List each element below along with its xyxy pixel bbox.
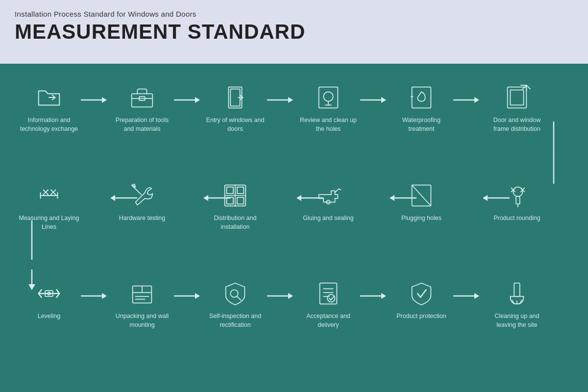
step-10-label: Gluing and sealing (303, 214, 354, 222)
svg-point-94 (327, 294, 335, 302)
measure-icon (35, 181, 63, 210)
header-title: MEASUREMENT STANDARD (15, 20, 573, 44)
step-8: Hardware testing (110, 181, 174, 222)
step-11: Plugging holes (390, 181, 453, 222)
grid-install-icon (221, 181, 249, 210)
step-18: Cleaning up and leaving the site (485, 279, 549, 329)
step-15-label: Self-inspection and rectification (203, 312, 267, 329)
step-6: Door and window frame distribution (485, 83, 549, 133)
svg-marker-7 (381, 97, 386, 103)
step-11-label: Plugging holes (401, 214, 441, 222)
step-16-label: Acceptance and delivery (296, 312, 360, 329)
step-2: Preparation of tools and materials (110, 83, 174, 133)
step-3: Entry of windows and doors (203, 83, 267, 133)
step-12: Product rounding (485, 181, 549, 222)
svg-marker-28 (195, 293, 200, 299)
step-8-label: Hardware testing (119, 214, 166, 222)
frame-export-icon (503, 83, 531, 112)
toolbox-icon (128, 83, 156, 112)
svg-marker-1 (102, 97, 107, 103)
step-13: Leveling (17, 279, 81, 320)
header-subtitle: Installation Process Standard for Window… (15, 10, 573, 18)
header: Installation Process Standard for Window… (0, 0, 588, 64)
svg-marker-26 (102, 293, 107, 299)
svg-rect-46 (412, 87, 431, 108)
svg-line-72 (412, 185, 431, 206)
svg-rect-64 (227, 187, 234, 194)
clean-icon (503, 279, 531, 308)
folder-icon (35, 83, 63, 112)
pin-icon (503, 181, 531, 210)
step-14-label: Unpacking and wall mounting (110, 312, 174, 329)
step-4: Review and clean up the holes (296, 83, 360, 133)
protect-icon (407, 279, 436, 308)
step-7-label: Measuring and Laying Lines (17, 214, 81, 231)
svg-rect-66 (227, 197, 234, 204)
step-9-label: Distribution and installation (203, 214, 267, 231)
step-5-label: Waterproofing treatment (390, 116, 453, 133)
svg-marker-34 (474, 293, 479, 299)
step-3-label: Entry of windows and doors (203, 116, 267, 133)
step-18-label: Cleaning up and leaving the site (485, 312, 549, 329)
accept-icon (314, 279, 343, 308)
unpack-icon (128, 279, 156, 308)
step-6-label: Door and window frame distribution (485, 116, 549, 133)
glue-gun-icon (314, 181, 343, 210)
svg-rect-74 (516, 196, 520, 204)
step-17-label: Product protection (396, 312, 446, 320)
svg-line-69 (335, 189, 339, 193)
waterproof-icon (407, 83, 436, 112)
step-12-label: Product rounding (493, 214, 540, 222)
self-inspect-icon (221, 279, 249, 308)
step-17: Product protection (390, 279, 453, 320)
svg-marker-5 (288, 97, 293, 103)
level-icon (35, 279, 63, 308)
step-2-label: Preparation of tools and materials (110, 116, 174, 133)
step-7: Measuring and Laying Lines (17, 181, 81, 231)
plug-holes-icon (407, 181, 436, 210)
magnify-icon (314, 83, 343, 112)
step-5: Waterproofing treatment (390, 83, 453, 133)
svg-marker-32 (381, 293, 386, 299)
svg-rect-49 (510, 90, 523, 105)
svg-point-43 (323, 92, 333, 101)
step-15: Self-inspection and rectification (203, 279, 267, 329)
svg-line-70 (339, 189, 341, 190)
step-10: Gluing and sealing (296, 181, 360, 222)
main-content: Information and technology exchange Prep… (0, 64, 588, 392)
svg-line-89 (237, 296, 241, 300)
svg-rect-67 (237, 197, 244, 204)
step-13-label: Leveling (38, 312, 61, 320)
step-1-label: Information and technology exchange (17, 116, 81, 133)
svg-rect-95 (514, 283, 520, 296)
step-14: Unpacking and wall mounting (110, 279, 174, 329)
svg-marker-9 (474, 97, 479, 103)
wrench-icon (128, 181, 156, 210)
step-1: Information and technology exchange (17, 83, 81, 133)
door-enter-icon (221, 83, 249, 112)
svg-marker-3 (195, 97, 200, 103)
svg-rect-65 (237, 187, 244, 194)
svg-marker-30 (288, 293, 293, 299)
step-4-label: Review and clean up the holes (296, 116, 360, 133)
step-9: Distribution and installation (203, 181, 267, 231)
step-16: Acceptance and delivery (296, 279, 360, 329)
